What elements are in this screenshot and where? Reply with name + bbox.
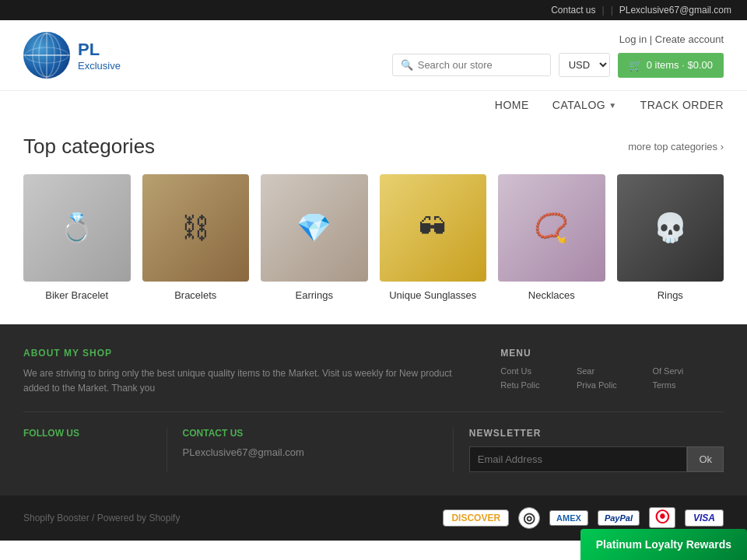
logo-area[interactable]: PL Exclusive (23, 32, 121, 79)
payment-icons: DISCOVER ◎ AMEX PayPal ⦿ VISA (443, 507, 724, 529)
logo-sub: Exclusive (78, 60, 121, 72)
category-label: Unique Sunglasses (380, 289, 487, 301)
newsletter-email-input[interactable] (469, 446, 688, 472)
separator2: | (611, 5, 613, 16)
cart-label: 0 items · $0.00 (647, 59, 713, 71)
category-label: Necklaces (498, 289, 605, 301)
more-categories-link[interactable]: more top categories › (628, 141, 724, 152)
footer-contact: CONTACT US PLexclusive67@gmail.com (167, 428, 454, 472)
footer-divider (23, 411, 724, 412)
footer-menu-link[interactable]: Priva Polic (577, 380, 648, 390)
cart-icon: 🛒 (629, 59, 642, 72)
footer-contact-title: CONTACT US (183, 428, 437, 439)
footer-powered: Shopify Booster / Powered by Shopify (23, 513, 180, 523)
newsletter-submit-button[interactable]: Ok (687, 446, 724, 472)
nav-home[interactable]: HOME (495, 99, 529, 111)
category-item[interactable]: 💀 Rings (617, 174, 724, 301)
footer-menu-link[interactable]: Of Servi (652, 366, 724, 376)
category-item[interactable]: ⛓ Bracelets (142, 174, 250, 301)
footer-menu-links: Cont UsSearOf ServiRetu PolicPriva Polic… (500, 366, 724, 390)
search-bar: 🔍 (392, 54, 551, 76)
categories-header: Top categories more top categories › (23, 135, 724, 159)
nav-catalog[interactable]: CATALOG ▼ (552, 99, 617, 111)
create-account-link[interactable]: Create account (655, 33, 724, 45)
amex-icon: AMEX (549, 510, 588, 526)
category-label: Rings (617, 289, 724, 301)
logo-text-area: PL Exclusive (78, 40, 121, 72)
nav: HOME CATALOG ▼ TRACK ORDER (0, 90, 747, 119)
visa-icon: VISA (685, 509, 724, 527)
category-label: Biker Bracelet (23, 289, 131, 301)
email: PLexclusive67@gmail.com (619, 5, 731, 16)
top-bar: Contact us | | PLexclusive67@gmail.com (0, 0, 747, 20)
catalog-dropdown-arrow: ▼ (608, 101, 616, 110)
search-input[interactable] (418, 59, 542, 71)
category-item[interactable]: 💍 Biker Bracelet (23, 174, 131, 301)
category-label: Earrings (261, 289, 368, 301)
paypal-icon: PayPal (598, 510, 640, 526)
loyalty-widget[interactable]: Platinum Loyalty Rewards (580, 529, 747, 541)
category-thumb: 💍 (23, 174, 131, 282)
footer: ABOUT MY SHOP We are striving to bring o… (0, 324, 747, 495)
category-item[interactable]: 📿 Necklaces (498, 174, 605, 301)
discover-icon: DISCOVER (443, 509, 509, 527)
main-content: Top categories more top categories › 💍 B… (0, 119, 747, 324)
search-icon: 🔍 (401, 59, 413, 71)
header: PL Exclusive Log in | Create account 🔍 U… (0, 20, 747, 90)
category-thumb: 💀 (617, 174, 724, 282)
category-thumb: 🕶 (380, 174, 487, 282)
footer-menu-link[interactable]: Cont Us (500, 366, 572, 376)
category-item[interactable]: 💎 Earrings (261, 174, 368, 301)
footer-top: ABOUT MY SHOP We are striving to bring o… (23, 348, 724, 396)
footer-menu: MENU Cont UsSearOf ServiRetu PolicPriva … (500, 348, 724, 396)
category-thumb: 📿 (498, 174, 605, 282)
logo-text: PL (78, 40, 121, 60)
categories-grid: 💍 Biker Bracelet ⛓ Bracelets 💎 Earrings … (23, 174, 724, 301)
category-thumb: 💎 (261, 174, 368, 282)
footer-menu-link[interactable]: Retu Polic (500, 380, 572, 390)
footer-menu-link[interactable]: Sear (577, 366, 648, 376)
login-link[interactable]: Log in (619, 33, 647, 45)
contact-label[interactable]: Contact us (551, 5, 595, 16)
footer-menu-title: MENU (500, 348, 724, 359)
footer-about: ABOUT MY SHOP We are striving to bring o… (23, 348, 485, 396)
category-item[interactable]: 🕶 Unique Sunglasses (380, 174, 487, 301)
category-label: Bracelets (142, 289, 250, 301)
footer-follow: FOLLOW US (23, 428, 151, 472)
category-thumb: ⛓ (142, 174, 250, 282)
header-right: Log in | Create account 🔍 USD EUR GBP 🛒 … (392, 33, 724, 78)
account-links: Log in | Create account (619, 33, 724, 45)
header-actions: 🔍 USD EUR GBP 🛒 0 items · $0.00 (392, 53, 724, 78)
footer-newsletter: NEWSLETTER Ok (469, 428, 724, 472)
footer-contact-email: PLexclusive67@gmail.com (183, 446, 437, 458)
footer-bottom-row: FOLLOW US CONTACT US PLexclusive67@gmail… (23, 428, 724, 472)
categories-title: Top categories (23, 135, 155, 159)
footer-follow-title: FOLLOW US (23, 428, 151, 439)
svg-point-0 (33, 33, 61, 77)
footer-about-text: We are striving to bring only the best u… (23, 366, 469, 396)
footer-newsletter-title: NEWSLETTER (469, 428, 724, 439)
diners-icon: ◎ (518, 507, 540, 529)
mastercard-icon: ⦿ (649, 507, 675, 528)
logo-globe (23, 32, 70, 79)
footer-menu-link[interactable]: Terms (652, 380, 724, 390)
separator1: | (602, 5, 605, 16)
svg-point-1 (39, 33, 54, 77)
nav-track-order[interactable]: TRACK ORDER (640, 99, 724, 111)
cart-button[interactable]: 🛒 0 items · $0.00 (618, 53, 724, 78)
svg-point-3 (25, 47, 68, 63)
footer-about-title: ABOUT MY SHOP (23, 348, 469, 359)
newsletter-form: Ok (469, 446, 724, 472)
currency-select[interactable]: USD EUR GBP (559, 53, 610, 77)
